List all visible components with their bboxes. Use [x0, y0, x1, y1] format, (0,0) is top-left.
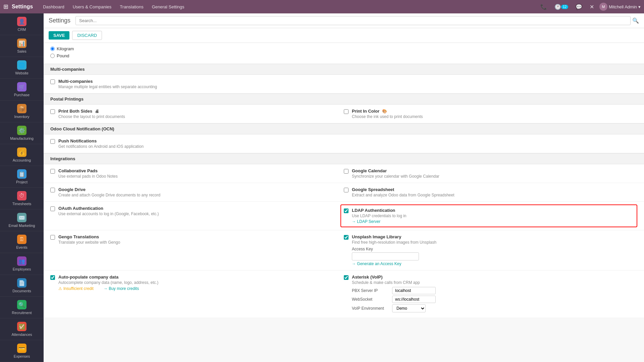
sidebar-item-events[interactable]: 🗓 Events — [0, 231, 44, 253]
discard-button[interactable]: DISCARD — [72, 31, 102, 40]
sidebar-item-website[interactable]: 🌐 Website — [0, 57, 44, 79]
nav-right: 📞 🕐12 💬 ✕ M Mitchell Admin ▾ — [538, 3, 641, 11]
apps-grid-icon[interactable]: ⊞ — [3, 3, 8, 10]
section-postal-printings: Postal Printings — [44, 94, 644, 105]
generate-access-key-link[interactable]: → Generate an Access Key — [352, 261, 436, 266]
sidebar-item-documents[interactable]: 📄 Documents — [0, 275, 44, 297]
label-google-drive: Google Drive — [58, 187, 160, 192]
sidebar-item-email-marketing[interactable]: ✉️ Email Marketing — [0, 209, 44, 231]
section-ocn: Odoo Cloud Notification (OCN) — [44, 123, 644, 134]
close-icon[interactable]: ✕ — [588, 3, 596, 11]
desc-auto-populate: Autocomplete company data (name, logo, a… — [58, 280, 158, 285]
print-icon: 🖨 — [95, 109, 99, 114]
voip-env-label: VoIP Environment — [352, 306, 392, 311]
radio-kilogram[interactable] — [50, 47, 55, 51]
col-google-spreadsheet: Google Spreadsheet Extract and analyze O… — [344, 187, 637, 197]
email-marketing-icon: ✉️ — [17, 213, 26, 222]
col-google-drive: Google Drive Create and attach Google Dr… — [50, 187, 344, 197]
col-asterisk: Asterisk (VoIP) Schedule & make calls fr… — [344, 275, 637, 314]
checkbox-push-notifications[interactable] — [50, 139, 55, 144]
chat-icon[interactable]: 💬 — [574, 3, 584, 11]
desc-collab-pads: Use external pads in Odoo Notes — [58, 174, 118, 179]
sidebar-item-inventory[interactable]: 📦 Inventory — [0, 101, 44, 122]
content-area: Settings 🔍 SAVE DISCARD Kilogram — [44, 13, 644, 362]
buy-credits-link[interactable]: → Buy more credits — [104, 286, 139, 291]
phone-icon[interactable]: 📞 — [538, 3, 549, 11]
sidebar-item-employees[interactable]: 👥 Employees — [0, 253, 44, 275]
websocket-input[interactable] — [392, 296, 436, 303]
sidebar-item-project[interactable]: 📋 Project — [0, 166, 44, 188]
sidebar-item-sales[interactable]: 📊 Sales — [0, 35, 44, 57]
accounting-icon: 💰 — [17, 147, 26, 157]
radio-pound-label: Pound — [57, 53, 69, 58]
nav-general-settings[interactable]: General Settings — [149, 3, 188, 11]
checkbox-unsplash[interactable] — [344, 235, 348, 240]
websocket-label: WebSocket — [352, 297, 392, 302]
integration-row-3: OAuth Authentication Use external accoun… — [44, 202, 644, 230]
voip-env-select[interactable]: Demo Production — [392, 304, 426, 312]
search-input[interactable] — [75, 16, 631, 25]
checkbox-oauth[interactable] — [50, 206, 55, 211]
setting-desc-push: Get notifications on Android and iOS app… — [58, 144, 144, 149]
sidebar-label-project: Project — [16, 180, 28, 184]
sidebar-item-accounting[interactable]: 💰 Accounting — [0, 144, 44, 166]
checkbox-print-in-color[interactable] — [344, 109, 348, 114]
sidebar-item-recruitment[interactable]: 🔍 Recruitment — [0, 297, 44, 318]
sidebar-label-accounting: Accounting — [13, 158, 31, 162]
events-icon: 🗓 — [17, 235, 26, 244]
checkbox-auto-populate[interactable] — [50, 275, 55, 280]
sidebar-item-attendances[interactable]: ✅ Attendances — [0, 318, 44, 340]
checkbox-google-drive[interactable] — [50, 188, 55, 192]
checkbox-asterisk[interactable] — [344, 275, 348, 280]
settings-content: Kilogram Pound Multi-companies — [44, 43, 644, 362]
save-button[interactable]: SAVE — [49, 31, 69, 40]
integration-row-2: Google Drive Create and attach Google Dr… — [44, 183, 644, 202]
clock-icon[interactable]: 🕐12 — [552, 3, 570, 11]
sidebar-item-manufacturing[interactable]: ⚙️ Manufacturing — [0, 122, 44, 144]
setting-multi-companies-row: Multi-companies Manage multiple legal en… — [44, 75, 644, 94]
label-gengo: Gengo Translations — [58, 234, 120, 239]
sidebar-item-crm[interactable]: 👤 CRM — [0, 13, 44, 35]
access-key-row: Access Key — [352, 247, 436, 260]
sidebar-item-timesheets[interactable]: ⏱ Timesheets — [0, 188, 44, 209]
access-key-label: Access Key — [352, 247, 436, 251]
radio-pound[interactable] — [50, 54, 55, 58]
websocket-row: WebSocket — [352, 296, 436, 303]
checkbox-google-spreadsheet[interactable] — [344, 188, 348, 192]
nav-users-companies[interactable]: Users & Companies — [69, 3, 115, 11]
nav-links: Dashboard Users & Companies Translations… — [40, 3, 538, 11]
voip-env-row: VoIP Environment Demo Production — [352, 304, 436, 312]
documents-icon: 📄 — [17, 278, 26, 288]
pbx-server-input[interactable] — [392, 287, 436, 294]
search-button[interactable]: 🔍 — [632, 17, 639, 24]
label-auto-populate: Auto-populate company data — [58, 275, 158, 280]
checkbox-google-calendar[interactable] — [344, 169, 348, 174]
sidebar-item-purchase[interactable]: 🛒 Purchase — [0, 79, 44, 101]
checkbox-collab-pads[interactable] — [50, 169, 55, 174]
section-integrations: Integrations — [44, 153, 644, 164]
pbx-server-label: PBX Server IP — [352, 288, 392, 293]
radio-kilogram-row: Kilogram — [50, 46, 637, 51]
radio-pound-row: Pound — [50, 53, 637, 58]
checkbox-gengo[interactable] — [50, 235, 55, 240]
manufacturing-icon: ⚙️ — [17, 126, 26, 135]
checkbox-print-both-sides[interactable] — [50, 109, 55, 114]
checkbox-area-print-color — [344, 109, 348, 115]
desc-ldap: Use LDAP credentials to log in — [352, 214, 407, 218]
ldap-server-link[interactable]: → LDAP Server — [352, 219, 407, 224]
avatar: M — [599, 3, 607, 11]
employees-icon: 👥 — [17, 256, 26, 266]
access-key-input[interactable] — [352, 252, 419, 260]
user-menu[interactable]: M Mitchell Admin ▾ — [599, 3, 641, 11]
nav-dashboard[interactable]: Dashboard — [40, 3, 68, 11]
checkbox-ldap[interactable] — [344, 208, 348, 213]
sidebar-label-recruitment: Recruitment — [12, 311, 32, 315]
nav-translations[interactable]: Translations — [116, 3, 147, 11]
pbx-server-row: PBX Server IP — [352, 287, 436, 294]
checkbox-multi-companies[interactable] — [50, 79, 55, 84]
col-collab-pads: Collaborative Pads Use external pads in … — [50, 168, 344, 179]
col-unsplash: Unsplash Image Library Find free high-re… — [344, 234, 637, 266]
setting-col-print-color: Print In Color 🎨 Choose the ink used to … — [344, 109, 637, 119]
sidebar-item-expenses[interactable]: 💳 Expenses — [0, 340, 44, 362]
attendances-icon: ✅ — [17, 322, 26, 331]
